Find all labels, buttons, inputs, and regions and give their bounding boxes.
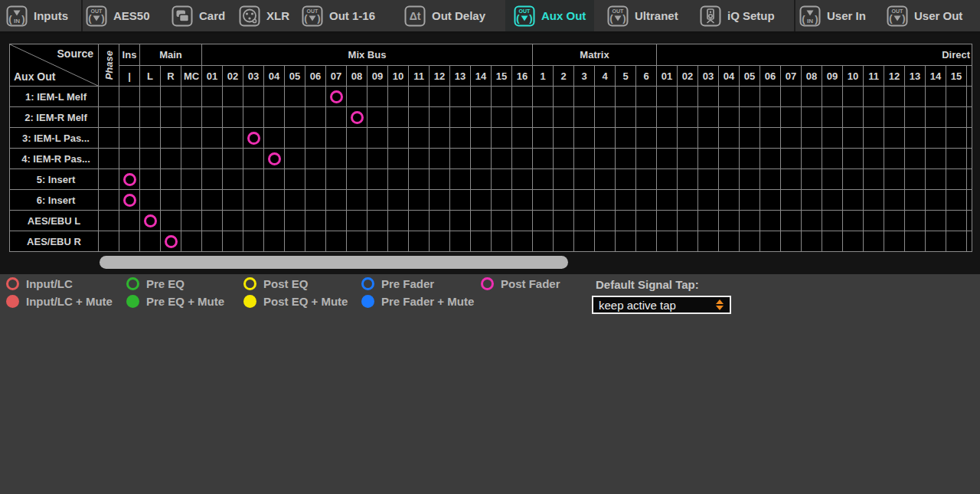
routing-cell-matrix-2[interactable] — [554, 149, 573, 168]
routing-cell-mix-bus-01[interactable] — [202, 107, 222, 127]
routing-cell-mix-bus-03[interactable] — [243, 231, 263, 251]
routing-cell-direct-03[interactable] — [698, 211, 718, 231]
routing-cell-mix-bus-01[interactable] — [202, 87, 222, 106]
routing-cell-mix-bus-12[interactable] — [430, 231, 449, 251]
routing-cell-mix-bus-01[interactable] — [202, 149, 222, 168]
routing-cell-direct-11[interactable] — [864, 128, 884, 148]
routing-cell-mix-bus-03[interactable] — [243, 211, 263, 231]
routing-cell-matrix-4[interactable] — [595, 211, 615, 231]
routing-cell-mix-bus-08[interactable] — [347, 128, 367, 148]
routing-cell-direct-06[interactable] — [760, 128, 780, 148]
routing-cell-direct-10[interactable] — [843, 231, 863, 251]
routing-cell-direct-09[interactable] — [822, 169, 842, 189]
routing-cell-mix-bus-16[interactable] — [512, 211, 532, 231]
routing-cell-main-l[interactable] — [140, 87, 160, 106]
routing-cell-mix-bus-10[interactable] — [388, 169, 408, 189]
routing-cell-matrix-3[interactable] — [574, 169, 594, 189]
routing-cell-mix-bus-01[interactable] — [202, 211, 222, 231]
routing-cell-direct-15[interactable] — [946, 190, 966, 210]
routing-cell-direct-03[interactable] — [698, 149, 718, 168]
routing-cell-mix-bus-02[interactable] — [223, 231, 243, 251]
routing-cell-matrix-1[interactable] — [533, 211, 553, 231]
routing-cell-mix-bus-05[interactable] — [285, 149, 305, 168]
routing-cell-ins-[interactable] — [119, 128, 139, 148]
routing-cell-matrix-4[interactable] — [595, 190, 615, 210]
routing-cell-mix-bus-02[interactable] — [223, 149, 243, 168]
routing-cell-mix-bus-12[interactable] — [430, 169, 449, 189]
toolbar-tab-user-out[interactable]: OUT()User Out — [887, 0, 962, 31]
routing-cell-mix-bus-15[interactable] — [492, 128, 511, 148]
routing-cell-matrix-6[interactable] — [636, 190, 656, 210]
routing-cell-direct-11[interactable] — [864, 190, 884, 210]
routing-cell-direct-01[interactable] — [657, 169, 677, 189]
routing-cell-mix-bus-04[interactable] — [264, 211, 284, 231]
routing-cell-ins-[interactable] — [119, 149, 139, 168]
routing-cell-direct-03[interactable] — [698, 87, 718, 106]
routing-cell-main-r[interactable] — [161, 169, 181, 189]
routing-cell-direct-13[interactable] — [905, 190, 925, 210]
routing-cell-matrix-5[interactable] — [616, 128, 635, 148]
routing-cell-matrix-3[interactable] — [574, 149, 594, 168]
routing-cell-phase[interactable] — [99, 169, 119, 189]
routing-cell-direct-03[interactable] — [698, 231, 718, 251]
routing-cell-matrix-2[interactable] — [554, 231, 573, 251]
toolbar-tab-user-in[interactable]: ()INUser In — [799, 0, 866, 31]
routing-cell-mix-bus-11[interactable] — [409, 128, 429, 148]
routing-cell-direct-14[interactable] — [926, 169, 946, 189]
routing-cell-mix-bus-01[interactable] — [202, 231, 222, 251]
routing-cell-mix-bus-03[interactable] — [243, 128, 263, 148]
routing-cell-main-l[interactable] — [140, 169, 160, 189]
routing-cell-mix-bus-16[interactable] — [512, 169, 532, 189]
routing-cell-main-l[interactable] — [140, 190, 160, 210]
routing-cell-direct-02[interactable] — [678, 107, 697, 127]
routing-cell-mix-bus-12[interactable] — [430, 190, 449, 210]
routing-cell-mix-bus-11[interactable] — [409, 169, 429, 189]
routing-cell-matrix-1[interactable] — [533, 169, 553, 189]
routing-cell-direct-06[interactable] — [760, 231, 780, 251]
routing-cell-direct-07[interactable] — [781, 231, 801, 251]
routing-cell-mix-bus-16[interactable] — [512, 107, 532, 127]
routing-cell-direct-13[interactable] — [905, 149, 925, 168]
routing-cell-mix-bus-01[interactable] — [202, 190, 222, 210]
routing-cell-direct-05[interactable] — [740, 231, 760, 251]
routing-cell-matrix-5[interactable] — [616, 107, 635, 127]
routing-cell-direct-07[interactable] — [781, 211, 801, 231]
routing-cell-mix-bus-12[interactable] — [430, 149, 449, 168]
routing-cell-direct-12[interactable] — [884, 128, 904, 148]
routing-cell-mix-bus-06[interactable] — [305, 87, 325, 106]
routing-cell-main-r[interactable] — [161, 107, 181, 127]
routing-cell-direct-05[interactable] — [740, 149, 760, 168]
routing-cell-mix-bus-13[interactable] — [450, 190, 470, 210]
routing-cell-direct-08[interactable] — [802, 211, 822, 231]
routing-cell-direct-04[interactable] — [719, 211, 739, 231]
routing-cell-mix-bus-14[interactable] — [471, 87, 491, 106]
routing-cell-phase[interactable] — [99, 190, 119, 210]
routing-cell-direct-16[interactable] — [967, 231, 972, 251]
routing-cell-main-mc[interactable] — [181, 211, 201, 231]
routing-cell-mix-bus-10[interactable] — [388, 190, 408, 210]
routing-cell-mix-bus-09[interactable] — [368, 211, 387, 231]
routing-cell-phase[interactable] — [99, 149, 119, 168]
routing-cell-mix-bus-15[interactable] — [492, 169, 511, 189]
routing-cell-direct-15[interactable] — [946, 149, 966, 168]
routing-cell-mix-bus-12[interactable] — [430, 128, 449, 148]
routing-cell-mix-bus-07[interactable] — [326, 107, 346, 127]
routing-cell-mix-bus-05[interactable] — [285, 190, 305, 210]
routing-cell-direct-09[interactable] — [822, 211, 842, 231]
routing-cell-mix-bus-05[interactable] — [285, 211, 305, 231]
routing-cell-mix-bus-11[interactable] — [409, 231, 429, 251]
routing-cell-direct-13[interactable] — [905, 211, 925, 231]
routing-cell-direct-07[interactable] — [781, 149, 801, 168]
routing-cell-direct-09[interactable] — [822, 128, 842, 148]
routing-cell-mix-bus-14[interactable] — [471, 128, 491, 148]
routing-cell-ins-[interactable] — [119, 107, 139, 127]
routing-cell-direct-07[interactable] — [781, 169, 801, 189]
routing-cell-mix-bus-02[interactable] — [223, 107, 243, 127]
routing-cell-matrix-1[interactable] — [533, 231, 553, 251]
routing-cell-main-mc[interactable] — [181, 107, 201, 127]
routing-cell-matrix-1[interactable] — [533, 107, 553, 127]
routing-cell-ins-[interactable] — [119, 87, 139, 106]
routing-cell-mix-bus-14[interactable] — [471, 231, 491, 251]
routing-cell-direct-15[interactable] — [946, 128, 966, 148]
routing-cell-direct-04[interactable] — [719, 149, 739, 168]
